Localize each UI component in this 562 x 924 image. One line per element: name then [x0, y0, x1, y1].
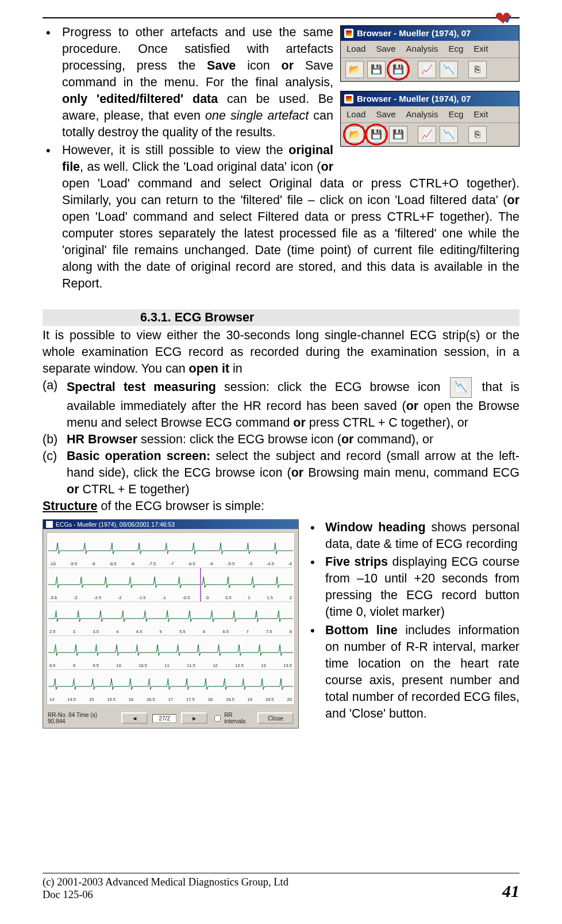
menu-load[interactable]: Load — [347, 109, 365, 120]
open-folder-icon[interactable]: 📂 — [345, 61, 364, 78]
open-folder-icon[interactable]: 📂 — [345, 126, 364, 143]
ecg-pulse-icon[interactable]: 📉 — [440, 126, 458, 143]
lettered-list: (a)Spectral test measuring session: clic… — [43, 377, 519, 498]
menu-save[interactable]: Save — [376, 43, 395, 55]
structure-line: Structure of the ECG browser is simple: — [43, 498, 519, 515]
ecg-strip: 2.533.544.555.566.577.58 — [48, 602, 293, 636]
structure-item: Bottom line includes information on numb… — [308, 622, 519, 722]
ecg-strip: -3.8-3-2.5-2-1.5-1-0.500.511.52 — [48, 568, 293, 602]
bullet-list: Browser - Mueller (1974), 07 Load Save A… — [43, 24, 519, 292]
rr-info: RR-No. 84 Time (s) 90.844 — [48, 712, 112, 724]
doc-id: Doc 125-06 — [43, 888, 288, 901]
menu-ecg[interactable]: Ecg — [448, 109, 463, 120]
page-field[interactable]: 27/2 — [152, 714, 176, 723]
ecg-strip: 8.599.51010.51111.51212.51313.5 — [48, 636, 293, 670]
ecg-titlebar: ECGs - Mueller (1974), 08/06/2001 17:46:… — [43, 520, 298, 529]
copyright: (c) 2001-2003 Advanced Medical Diagnosti… — [43, 876, 288, 888]
ecg-pulse-icon[interactable]: 📉 — [440, 61, 458, 78]
browser-window-load: Browser - Mueller (1974), 07 Load Save A… — [340, 91, 519, 147]
ecg-strip: 1414.51515.51616.51717.51818.51919.520 — [48, 670, 293, 703]
bullet-item-2: However, it is still possible to view th… — [43, 142, 519, 292]
footer-rule — [43, 873, 519, 873]
axis-ticks: 2.533.544.555.566.577.58 — [48, 629, 293, 635]
structure-list: Window heading shows personal data, date… — [308, 519, 519, 723]
app-icon — [344, 94, 353, 103]
item-a: (a)Spectral test measuring session: clic… — [43, 377, 519, 431]
load-filtered-icon[interactable]: 💾 — [367, 126, 386, 143]
page-footer: (c) 2001-2003 Advanced Medical Diagnosti… — [43, 873, 519, 901]
window-title: Browser - Mueller (1974), 07 — [357, 93, 471, 105]
app-icon — [344, 29, 353, 38]
item-b: (b)HR Browser session: click the ECG bro… — [43, 431, 519, 448]
menu-analysis[interactable]: Analysis — [406, 43, 438, 55]
window-menubar: Load Save Analysis Ecg Exit — [341, 106, 519, 123]
chart-icon[interactable]: 📈 — [418, 61, 436, 78]
axis-ticks: 1414.51515.51616.51717.51818.51919.520 — [48, 697, 293, 703]
app-icon — [46, 521, 53, 528]
exit-door-icon[interactable]: ⎘ — [468, 61, 487, 78]
axis-ticks: -10-9.5-9-8.5-8-7.5-7-6.5-6-5.5-5-4.5-4 — [48, 561, 293, 567]
page: ❤✔ Browser - Mueller (1974), 07 Load Sav… — [0, 0, 562, 924]
ecg-browse-icon[interactable]: 📉 — [450, 377, 472, 398]
ecg-columns: ECGs - Mueller (1974), 08/06/2001 17:46:… — [43, 519, 519, 729]
menu-save[interactable]: Save — [376, 109, 395, 120]
footer-left: (c) 2001-2003 Advanced Medical Diagnosti… — [43, 876, 288, 901]
ecg-title-text: ECGs - Mueller (1974), 08/06/2001 17:46:… — [56, 521, 175, 528]
page-number: 41 — [502, 881, 519, 901]
menu-load[interactable]: Load — [347, 43, 365, 55]
close-button[interactable]: Close — [257, 712, 294, 724]
bullet-item-1: Browser - Mueller (1974), 07 Load Save A… — [43, 24, 519, 141]
structure-item: Window heading shows personal data, date… — [308, 519, 519, 553]
ecg-strips: -10-9.5-9-8.5-8-7.5-7-6.5-6-5.5-5-4.5-4-… — [47, 532, 295, 705]
rr-checkbox[interactable]: RR intervals — [212, 712, 253, 724]
window-toolbar: 📂 💾 💾 📈 📉 ⎘ — [341, 58, 519, 81]
save-circled-icon[interactable]: 💾 — [389, 61, 407, 78]
section-heading: 6.3.1. ECG Browser — [43, 309, 519, 326]
browser-screenshots: Browser - Mueller (1974), 07 Load Save A… — [340, 25, 519, 156]
prev-button[interactable]: ◄ — [121, 712, 148, 724]
chart-icon[interactable]: 📈 — [418, 126, 436, 143]
ecg-strip: -10-9.5-9-8.5-8-7.5-7-6.5-6-5.5-5-4.5-4 — [48, 534, 293, 568]
exit-door-icon[interactable]: ⎘ — [468, 126, 487, 143]
structure-item: Five strips displaying ECG course from –… — [308, 554, 519, 620]
save-disk-icon[interactable]: 💾 — [389, 126, 407, 143]
menu-exit[interactable]: Exit — [474, 109, 488, 120]
axis-ticks: -3.8-3-2.5-2-1.5-1-0.500.511.52 — [48, 595, 293, 601]
menu-exit[interactable]: Exit — [474, 43, 488, 55]
window-menubar: Load Save Analysis Ecg Exit — [341, 41, 519, 57]
intro-paragraph: It is possible to view either the 30-sec… — [43, 327, 519, 377]
window-titlebar: Browser - Mueller (1974), 07 — [341, 26, 519, 41]
browser-window-save: Browser - Mueller (1974), 07 Load Save A… — [340, 25, 519, 82]
menu-analysis[interactable]: Analysis — [406, 109, 438, 120]
axis-ticks: 8.599.51010.51111.51212.51313.5 — [48, 663, 293, 669]
ecg-window: ECGs - Mueller (1974), 08/06/2001 17:46:… — [43, 519, 299, 729]
save-disk-icon[interactable]: 💾 — [367, 61, 386, 78]
item-c: (c)Basic operation screen: select the su… — [43, 448, 519, 498]
next-button[interactable]: ► — [181, 712, 207, 724]
ecg-bottom-bar: RR-No. 84 Time (s) 90.844 ◄ 27/2 ► RR in… — [43, 708, 298, 728]
menu-ecg[interactable]: Ecg — [448, 43, 463, 55]
window-title: Browser - Mueller (1974), 07 — [357, 28, 471, 39]
header-rule — [43, 17, 519, 18]
highlight-circle-icon — [387, 59, 410, 80]
window-titlebar: Browser - Mueller (1974), 07 — [341, 91, 519, 106]
